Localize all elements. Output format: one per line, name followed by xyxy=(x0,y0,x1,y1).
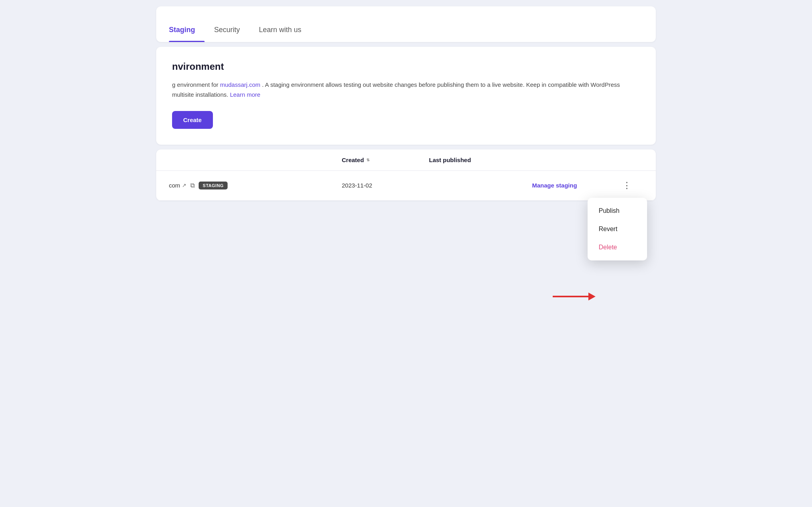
table-card: Created ⇅ Last published com ↗ ⧉ STAGING… xyxy=(156,149,656,201)
site-name-link[interactable]: com ↗ xyxy=(169,182,186,189)
last-published-label: Last published xyxy=(429,157,471,163)
dropdown-publish[interactable]: Publish xyxy=(588,202,647,220)
created-date: 2023-11-02 xyxy=(342,182,429,189)
manage-staging-link[interactable]: Manage staging xyxy=(532,182,619,189)
arrow-line xyxy=(553,296,588,297)
sort-icon[interactable]: ⇅ xyxy=(366,158,370,162)
section-description: g environment for mudassarj.com . A stag… xyxy=(172,80,640,100)
external-link-icon: ↗ xyxy=(182,182,186,188)
more-options-button[interactable]: ⋮ xyxy=(619,179,634,192)
tab-security[interactable]: Security xyxy=(205,15,249,42)
arrow-head xyxy=(588,293,596,300)
tabs-card: Staging Security Learn with us xyxy=(156,6,656,42)
created-label: Created xyxy=(342,157,364,163)
col-created-header: Created ⇅ xyxy=(342,157,429,163)
table-row: com ↗ ⧉ STAGING 2023-11-02 Manage stagin… xyxy=(156,171,656,201)
dropdown-revert[interactable]: Revert xyxy=(588,220,647,238)
main-container: Staging Security Learn with us nvironmen… xyxy=(156,6,656,201)
create-button[interactable]: Create xyxy=(172,111,213,129)
dropdown-delete[interactable]: Delete xyxy=(588,238,647,256)
tab-learn[interactable]: Learn with us xyxy=(249,15,311,42)
section-title: nvironment xyxy=(172,61,640,72)
description-prefix: g environment for xyxy=(172,81,218,88)
site-link-inline[interactable]: mudassarj.com xyxy=(220,81,260,88)
table-header: Created ⇅ Last published xyxy=(156,149,656,171)
site-name-text: com xyxy=(169,182,180,189)
arrow-indicator xyxy=(553,293,596,300)
col-last-published-header: Last published xyxy=(429,157,532,163)
copy-icon[interactable]: ⧉ xyxy=(190,182,195,189)
dropdown-menu: Publish Revert Delete xyxy=(588,198,647,260)
staging-badge: STAGING xyxy=(199,182,228,189)
site-info: com ↗ ⧉ STAGING xyxy=(169,182,342,189)
tab-staging[interactable]: Staging xyxy=(169,15,205,42)
dropdown-wrapper: ⋮ Publish Revert Delete xyxy=(619,179,643,192)
content-card: nvironment g environment for mudassarj.c… xyxy=(156,47,656,145)
learn-more-link[interactable]: Learn more xyxy=(230,91,260,98)
